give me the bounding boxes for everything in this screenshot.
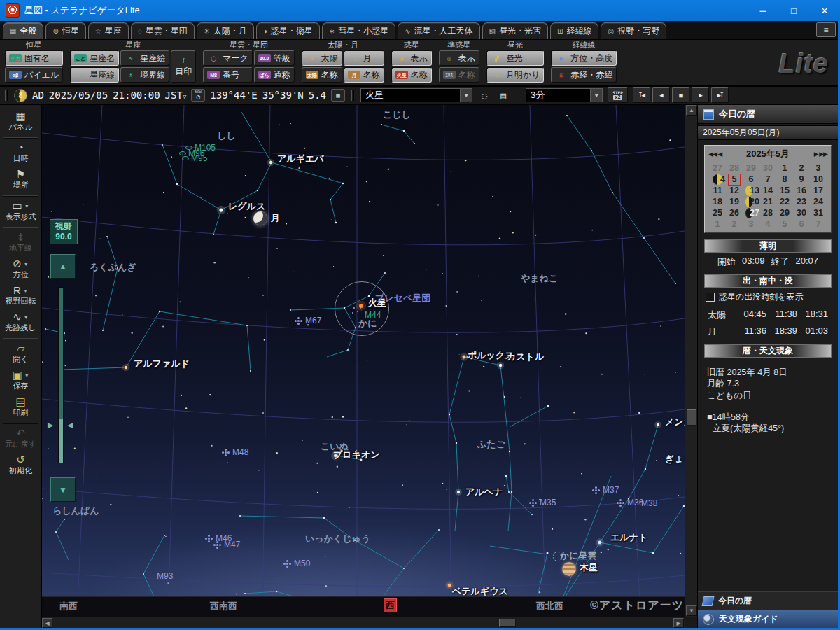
calendar-day-17[interactable]: 17 <box>810 185 827 196</box>
play-last-button[interactable]: ▶I <box>711 88 729 103</box>
sidebar-item-azimuth[interactable]: ⊘▼方位 <box>1 256 41 283</box>
timezone-value[interactable]: JST▽ <box>165 90 187 101</box>
tab-恒星[interactable]: ⊕恒星 <box>46 22 85 39</box>
toolbar-button-dso-mark[interactable]: ◯マーク <box>203 50 253 66</box>
calendar-day-9[interactable]: 9 <box>793 174 810 185</box>
toolbar-button-moonlight[interactable]: ☽月明かり <box>486 67 545 83</box>
toolbar-button-proper-name[interactable]: ベガ固有名 <box>5 50 63 66</box>
zoom-in-button[interactable]: ▲ <box>50 254 76 279</box>
toolbar-button-dso-common-name[interactable]: ばら通称 <box>254 67 295 83</box>
calendar-day-10[interactable]: 10 <box>810 174 827 185</box>
calendar-day-2[interactable]: 2 <box>726 218 743 230</box>
toolbar-button-dwarf-label[interactable]: ｴﾘｽ名称 <box>439 67 479 83</box>
tab-経緯線[interactable]: ⊞経緯線 <box>550 22 598 39</box>
toolbar-button-sun-label[interactable]: 太陽名称 <box>302 67 342 83</box>
time-step-select[interactable]: 3分 ▼ <box>526 88 603 102</box>
calendar-day-12[interactable]: 12 <box>726 185 743 196</box>
calendar-day-26[interactable]: 26 <box>726 207 743 218</box>
sidebar-item-trail[interactable]: ∿▼光跡残し <box>1 309 41 336</box>
calendar-day-1[interactable]: 1 <box>709 218 726 230</box>
sidebar-item-open[interactable]: ▱開く <box>1 341 41 368</box>
calendar-day-4[interactable]: 4 <box>709 174 726 185</box>
minimize-button[interactable]: ─ <box>748 0 778 21</box>
calendar-day-27[interactable]: 27 <box>743 207 760 218</box>
tab-流星・人工天体[interactable]: ∿流星・人工天体 <box>398 22 479 39</box>
now-button[interactable]: NOW◔ <box>191 89 205 102</box>
toolbar-button-dso-magnitude[interactable]: 10.0等級 <box>254 50 295 66</box>
vertical-scroll-thumb[interactable] <box>687 410 696 426</box>
scroll-right-button[interactable]: ▶ <box>673 618 684 628</box>
panel-footer-item-天文現象ガイド[interactable]: 天文現象ガイド <box>698 610 838 628</box>
calendar-next-buttons[interactable]: ▶ ▶▶ <box>814 150 827 158</box>
chart-vertical-scrollbar[interactable]: ▲ ▼ <box>685 105 697 617</box>
toolbar-grip[interactable] <box>517 90 519 101</box>
fov-slider[interactable] <box>58 287 64 463</box>
sidebar-item-display-format[interactable]: ▭▼表示形式 <box>1 198 41 225</box>
calendar-prev-buttons[interactable]: ◀◀ ◀ <box>708 150 722 158</box>
calendar-day-3[interactable]: 3 <box>810 162 827 174</box>
keyboard-icon[interactable]: ▦ <box>331 89 345 102</box>
toolbar-button-planets-label[interactable]: 火星名称 <box>391 67 432 83</box>
twilight-end-time[interactable]: 20:07 <box>796 255 819 268</box>
toolbar-button-const-art[interactable]: ∿星座絵 <box>120 50 169 66</box>
toolbar-button-sun[interactable]: ●太陽 <box>302 50 342 66</box>
moon-disc[interactable] <box>253 211 267 225</box>
toolbar-button-const-lines[interactable]: ∕星座線 <box>70 67 119 83</box>
calendar-day-5[interactable]: 5 <box>776 218 793 230</box>
sidebar-item-print[interactable]: ▤印刷 <box>1 394 41 421</box>
calendar-day-15[interactable]: 15 <box>776 185 793 196</box>
zoom-out-button[interactable]: ▼ <box>50 477 76 502</box>
calendar-day-4[interactable]: 4 <box>760 218 776 230</box>
longitude-value[interactable]: 139°44'E <box>210 90 257 101</box>
calendar-day-25[interactable]: 25 <box>709 207 726 218</box>
moon-phase-button[interactable]: 8 <box>14 89 27 102</box>
scroll-down-button[interactable]: ▼ <box>686 606 697 616</box>
calendar-day-30[interactable]: 30 <box>760 162 776 174</box>
calendar-day-18[interactable]: 18 <box>709 196 726 207</box>
calendar-day-16[interactable]: 16 <box>793 185 810 196</box>
calendar-day-19[interactable]: 19 <box>726 196 743 207</box>
tab-全般[interactable]: ▦全般 <box>3 22 43 39</box>
toolbar-button-moon[interactable]: ☽月 <box>344 50 384 66</box>
panel-footer-item-今日の暦[interactable]: 今日の暦 <box>698 592 838 610</box>
calendar-day-11[interactable]: 11 <box>709 185 726 196</box>
list-icon[interactable]: ▤ <box>496 89 510 102</box>
calendar-day-13[interactable]: 13 <box>743 185 760 196</box>
sidebar-item-location[interactable]: ⚑場所 <box>1 167 41 193</box>
latitude-value[interactable]: 35°39'N <box>262 90 304 101</box>
target-select[interactable]: 火星 ▼ <box>360 88 472 102</box>
tab-彗星・小惑星[interactable]: ∗彗星・小惑星 <box>322 22 396 39</box>
calendar-day-23[interactable]: 23 <box>793 196 810 207</box>
sidebar-item-reset[interactable]: ↺初期化 <box>1 452 41 479</box>
maximize-button[interactable]: □ <box>778 0 809 21</box>
sidebar-item-panel[interactable]: ▦パネル <box>1 108 41 135</box>
toolbar-button-dso-number[interactable]: M8番号 <box>203 67 253 83</box>
time-step-dropdown-icon[interactable]: ▼ <box>590 89 602 102</box>
calendar-day-30[interactable]: 30 <box>793 207 810 218</box>
calendar-day-29[interactable]: 29 <box>743 162 760 174</box>
limiting-magnitude-value[interactable]: 5.4 <box>309 90 326 101</box>
toolbar-grip[interactable] <box>5 90 8 101</box>
calendar-day-21[interactable]: 21 <box>760 196 776 207</box>
toolbar-button-const-borders[interactable]: #境界線 <box>120 67 169 83</box>
calendar-day-7[interactable]: 7 <box>810 218 827 230</box>
toolbar-button-azimuth-altitude[interactable]: ⊞方位・高度 <box>551 50 617 66</box>
calendar-day-5[interactable]: 5 <box>726 174 743 185</box>
scroll-left-button[interactable]: ◀ <box>42 618 52 628</box>
toolbar-button-daylight[interactable]: ▞昼光 <box>486 50 545 66</box>
toolbar-button-planets-show[interactable]: ◉表示 <box>391 50 432 66</box>
play-back-button[interactable]: ◀ <box>652 88 670 103</box>
toolbar-grip[interactable] <box>351 90 354 101</box>
fov-slider-pointer-left[interactable]: ▶ <box>48 421 53 429</box>
calendar-day-8[interactable]: 8 <box>776 174 793 185</box>
tab-惑星・衛星[interactable]: ◑惑星・衛星 <box>256 22 320 39</box>
stop-button[interactable]: ■ <box>672 88 690 103</box>
toolbar-button-ra-dec[interactable]: ⊞赤経・赤緯 <box>551 67 617 83</box>
search-icon[interactable]: ◌ <box>477 89 491 102</box>
tab-星雲・星団[interactable]: ◌星雲・星団 <box>131 22 195 39</box>
calendar-day-20[interactable]: 20 <box>743 196 760 207</box>
calendar-day-6[interactable]: 6 <box>793 218 810 230</box>
scroll-up-button[interactable]: ▲ <box>686 105 697 115</box>
toolbar-button-dwarf-show[interactable]: ◎表示 <box>439 50 479 66</box>
target-select-dropdown-icon[interactable]: ▼ <box>460 89 472 102</box>
